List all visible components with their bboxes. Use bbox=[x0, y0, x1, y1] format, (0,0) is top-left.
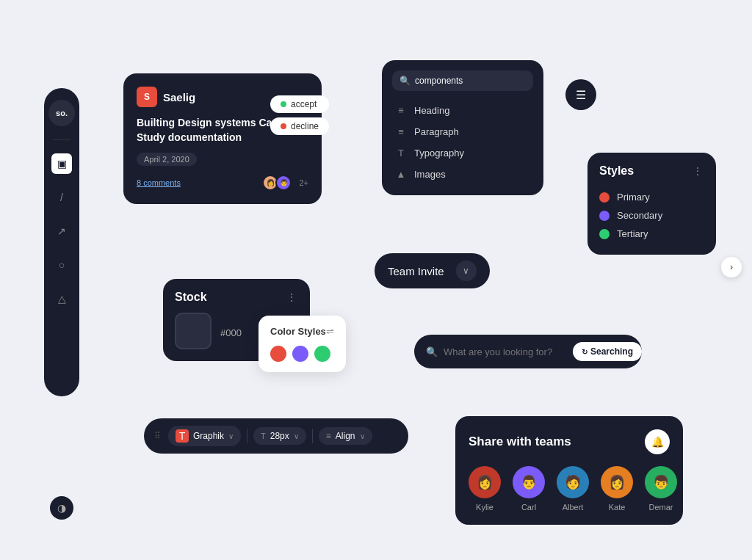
avatar-count: 2+ bbox=[299, 178, 308, 187]
decline-button[interactable]: decline bbox=[270, 117, 329, 135]
logo: so. bbox=[48, 100, 75, 126]
heading-label: Heading bbox=[414, 105, 449, 116]
toolbar-divider-1 bbox=[247, 429, 247, 443]
font-size-chevron: ∨ bbox=[294, 432, 299, 440]
align-selector[interactable]: ≡ Align ∨ bbox=[319, 427, 372, 445]
color-styles-adjust-icon[interactable]: ⇌ bbox=[326, 326, 334, 337]
chevron-right-button[interactable]: › bbox=[721, 257, 742, 277]
share-title: Share with teams bbox=[469, 434, 571, 449]
color-swatch-preview bbox=[175, 313, 212, 349]
menu-item-images[interactable]: ▲ Images bbox=[392, 164, 533, 185]
bell-icon: 🔔 bbox=[651, 436, 664, 448]
search-bar: 🔍 ↻ Searching bbox=[414, 335, 642, 368]
heading-icon: ≡ bbox=[395, 105, 407, 116]
typography-icon: T bbox=[395, 148, 407, 159]
accept-button[interactable]: accept bbox=[270, 95, 329, 113]
style-secondary: Secondary bbox=[599, 206, 704, 225]
images-icon: ▲ bbox=[395, 169, 407, 180]
share-with-teams-card: Share with teams 🔔 👩 Kylie 👨 Carl 🧑 Albe… bbox=[455, 416, 683, 525]
team-invite-dropdown[interactable]: Team Invite ∨ bbox=[375, 253, 490, 288]
menu-item-paragraph[interactable]: ≡ Paragraph bbox=[392, 121, 533, 142]
styles-card: Styles ⋮ Primary Secondary Tertiary bbox=[588, 153, 716, 255]
align-chevron: ∨ bbox=[360, 432, 365, 440]
avatar: S bbox=[137, 87, 157, 107]
accept-dot bbox=[281, 101, 286, 107]
color-styles-header: Color Styles ⇌ bbox=[270, 326, 334, 337]
swatch-purple[interactable] bbox=[292, 346, 308, 362]
stock-more-icon[interactable]: ⋮ bbox=[286, 291, 298, 303]
sidebar-pen-icon[interactable]: / bbox=[51, 187, 72, 208]
searching-button[interactable]: ↻ Searching bbox=[573, 342, 642, 361]
avatars: 👩 👨 bbox=[262, 175, 292, 191]
align-label: Align bbox=[336, 431, 355, 441]
tertiary-dot bbox=[599, 229, 610, 239]
card-footer: 8 comments 👩 👨 2+ bbox=[137, 175, 308, 191]
chat-icon: ☰ bbox=[576, 88, 586, 102]
search-icon: 🔍 bbox=[400, 76, 411, 86]
share-member-demar: 👦 Demar bbox=[645, 466, 677, 512]
swatch-green[interactable] bbox=[314, 346, 330, 362]
style-primary: Primary bbox=[599, 188, 704, 206]
search-input-row: 🔍 bbox=[392, 70, 533, 91]
chat-button[interactable]: ☰ bbox=[565, 79, 596, 110]
paragraph-icon: ≡ bbox=[395, 126, 407, 137]
search-bar-input[interactable] bbox=[444, 346, 567, 357]
team-invite-chevron-icon: ∨ bbox=[456, 261, 477, 281]
sidebar-select-icon[interactable]: ▣ bbox=[51, 153, 72, 174]
type-icon: T bbox=[176, 429, 189, 443]
share-member-albert: 🧑 Albert bbox=[557, 466, 589, 512]
share-avatars: 👩 Kylie 👨 Carl 🧑 Albert 👩 Kate 👦 Demar bbox=[469, 466, 670, 512]
mini-avatar-2: 👨 bbox=[275, 175, 292, 191]
share-header: Share with teams 🔔 bbox=[469, 429, 670, 454]
albert-avatar[interactable]: 🧑 bbox=[557, 466, 589, 498]
secondary-dot bbox=[599, 211, 610, 221]
styles-header: Styles ⋮ bbox=[599, 164, 704, 178]
font-size-selector[interactable]: T 28px ∨ bbox=[253, 427, 306, 445]
share-member-carl: 👨 Carl bbox=[513, 466, 545, 512]
style-tertiary: Tertiary bbox=[599, 225, 704, 243]
stock-title: Stock bbox=[175, 291, 207, 304]
saelig-card: S Saelig ··· Builting Design systems Cas… bbox=[123, 73, 322, 204]
drag-handle-icon[interactable]: ⠿ bbox=[154, 431, 161, 441]
sidebar-divider bbox=[53, 139, 70, 140]
components-search-input[interactable] bbox=[415, 76, 526, 86]
card-author: Saelig bbox=[163, 91, 195, 103]
decline-dot bbox=[281, 123, 286, 129]
paragraph-label: Paragraph bbox=[414, 126, 459, 137]
menu-item-heading[interactable]: ≡ Heading bbox=[392, 100, 533, 121]
sidebar-arrow-icon[interactable]: ↗ bbox=[51, 221, 72, 241]
action-buttons: accept decline bbox=[270, 95, 329, 135]
styles-more-icon[interactable]: ⋮ bbox=[693, 165, 704, 177]
menu-item-typography[interactable]: T Typography bbox=[392, 142, 533, 164]
sidebar-circle-icon[interactable]: ○ bbox=[51, 255, 72, 275]
swatch-red[interactable] bbox=[270, 346, 286, 362]
toolbar-divider-2 bbox=[312, 429, 313, 443]
stock-header: Stock ⋮ bbox=[175, 291, 298, 304]
styles-title: Styles bbox=[599, 164, 634, 178]
color-swatches bbox=[270, 346, 334, 362]
kate-avatar[interactable]: 👩 bbox=[601, 466, 633, 498]
comments-link[interactable]: 8 comments bbox=[137, 178, 181, 187]
color-styles-card: Color Styles ⇌ bbox=[258, 316, 346, 372]
albert-name: Albert bbox=[563, 503, 584, 512]
kate-name: Kate bbox=[609, 503, 626, 512]
chevron-right-icon: › bbox=[730, 262, 733, 272]
images-label: Images bbox=[414, 169, 446, 180]
font-name: Graphik bbox=[193, 431, 224, 441]
card-date: April 2, 2020 bbox=[137, 153, 197, 166]
font-size-icon: T bbox=[261, 432, 266, 440]
components-search-card: 🔍 ≡ Heading ≡ Paragraph T Typography ▲ I… bbox=[382, 60, 543, 195]
sidebar: so. ▣ / ↗ ○ △ bbox=[44, 88, 79, 396]
demar-avatar[interactable]: 👦 bbox=[645, 466, 677, 498]
share-member-kylie: 👩 Kylie bbox=[469, 466, 501, 512]
typography-label: Typography bbox=[414, 148, 464, 159]
kylie-avatar[interactable]: 👩 bbox=[469, 466, 501, 498]
font-family-selector[interactable]: T Graphik ∨ bbox=[168, 426, 241, 446]
sidebar-triangle-icon[interactable]: △ bbox=[51, 288, 72, 309]
carl-avatar[interactable]: 👨 bbox=[513, 466, 545, 498]
font-size: 28px bbox=[270, 431, 289, 441]
notification-button[interactable]: 🔔 bbox=[645, 429, 670, 454]
theme-toggle-button[interactable]: ◑ bbox=[50, 496, 73, 520]
align-icon: ≡ bbox=[326, 431, 331, 441]
hex-value: #000 bbox=[220, 327, 242, 338]
